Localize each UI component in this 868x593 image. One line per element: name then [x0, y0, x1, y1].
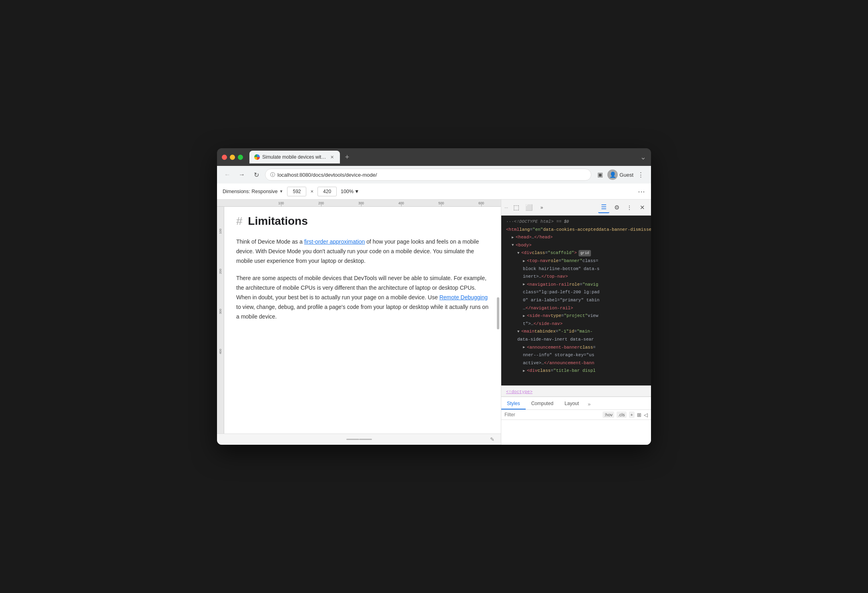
expand-body-arrow[interactable]	[512, 242, 516, 248]
hash-anchor: #	[236, 215, 243, 227]
tab-layout[interactable]: Layout	[559, 398, 585, 409]
page-content[interactable]: # Limitations Think of Device Mode as a …	[224, 207, 501, 434]
code-line[interactable]: <div class = "scaffold" > grid	[501, 249, 651, 257]
expand-topnav-arrow[interactable]	[523, 258, 527, 264]
dimensions-label: Dimensions: Responsive ▼	[223, 189, 283, 194]
device-mode-button[interactable]: ⬜	[523, 202, 534, 213]
tab-close-button[interactable]: ✕	[329, 154, 335, 160]
ruler-mark-200v: 200	[219, 269, 222, 274]
main-area: 100 200 300 400 500 600	[217, 200, 651, 445]
ruler-tick	[441, 204, 442, 206]
tab-computed[interactable]: Computed	[526, 398, 559, 409]
expand-sidenav-arrow[interactable]	[523, 313, 527, 319]
nav-bar: ← → ↻ ⓘ localhost:8080/docs/devtools/dev…	[217, 166, 651, 184]
reload-button[interactable]: ↻	[251, 169, 262, 180]
styles-tabs: Styles Computed Layout »	[501, 397, 651, 410]
inspect-element-button[interactable]: ⬚	[510, 202, 522, 213]
scrollbar-handle[interactable]	[497, 297, 499, 329]
width-input[interactable]	[287, 187, 306, 196]
page-heading: # Limitations	[236, 215, 489, 228]
ruler-left: 100 200 300 400	[217, 207, 224, 434]
filter-icon-1[interactable]: ⊞	[637, 412, 641, 418]
settings-button[interactable]: ⚙	[611, 202, 622, 213]
devtools-toolbar: ··· ⬚ ⬜ » ☰ ⚙ ⋮ ✕	[501, 200, 651, 216]
elements-panel-button[interactable]: ☰	[598, 202, 609, 213]
address-text: localhost:8080/docs/devtools/device-mode…	[277, 172, 377, 178]
tab-styles[interactable]: Styles	[501, 398, 526, 409]
remote-debugging-link[interactable]: Remote Debugging	[439, 294, 488, 301]
new-tab-button[interactable]: +	[342, 151, 353, 163]
code-line[interactable]: <announcement-banner class =	[501, 344, 651, 352]
styles-filter-input[interactable]	[504, 412, 600, 418]
browser-window: Simulate mobile devices with D ✕ + ⌄ ← →…	[217, 148, 651, 445]
first-order-link[interactable]: first-order approximation	[304, 238, 365, 245]
code-line[interactable]: <div class = "title-bar displ	[501, 367, 651, 375]
code-line: nner--info" storage-key="us	[501, 351, 651, 359]
height-input[interactable]	[317, 187, 337, 196]
sidebar-toggle-button[interactable]: ▣	[595, 169, 606, 180]
expand-navrail-arrow[interactable]	[523, 282, 527, 287]
forward-button[interactable]: →	[236, 169, 247, 180]
address-bar[interactable]: ⓘ localhost:8080/docs/devtools/device-mo…	[265, 169, 591, 181]
filter-icon-2[interactable]: ◁	[644, 412, 648, 418]
ruler-tick	[321, 204, 321, 206]
nav-right-buttons: ▣ 👤 Guest ⋮	[595, 169, 646, 180]
code-line: class="lg:pad-left-200 lg:pad	[501, 288, 651, 296]
dimensions-arrow-icon: ▼	[279, 189, 283, 194]
bottom-bar: ✎	[217, 434, 501, 445]
expand-head-arrow[interactable]	[512, 235, 516, 240]
maximize-button[interactable]	[238, 155, 243, 160]
active-tab[interactable]: Simulate mobile devices with D ✕	[249, 151, 340, 163]
resize-handle[interactable]	[346, 439, 359, 440]
code-line[interactable]: <body>	[501, 242, 651, 250]
code-line[interactable]: <navigation-rail role = "navig	[501, 281, 651, 289]
more-tabs-button[interactable]: »	[585, 399, 594, 409]
more-panels-button[interactable]: »	[536, 202, 547, 213]
code-line: t">… </side-nav>	[501, 320, 651, 328]
tab-title: Simulate mobile devices with D	[262, 154, 326, 160]
user-avatar[interactable]: 👤	[607, 169, 618, 180]
code-line: inert>… </top-nav>	[501, 273, 651, 281]
paragraph-1: Think of Device Mode as a first-order ap…	[236, 237, 489, 266]
filter-actions: :hov .cls + ⊞ ◁	[603, 411, 648, 418]
filter-hov-button[interactable]: :hov	[603, 411, 614, 418]
expand-titlebar-arrow[interactable]	[523, 368, 527, 374]
code-line[interactable]: <top-nav role = "banner" class=	[501, 257, 651, 265]
bottom-bar-inner: ✎	[217, 439, 501, 440]
code-line[interactable]: <html lang = "en" data-cookies- accepted…	[501, 226, 651, 234]
expand-scaffold-arrow[interactable]	[517, 250, 521, 256]
close-devtools-button[interactable]: ✕	[637, 202, 648, 213]
window-menu-button[interactable]: ⌄	[640, 153, 646, 161]
devtools-dots: ···	[504, 205, 508, 210]
zoom-selector[interactable]: 100% ▼	[341, 189, 359, 194]
filter-plus-button[interactable]: +	[629, 411, 635, 418]
expand-announcement-arrow[interactable]	[523, 345, 527, 350]
ruler-tick	[401, 204, 402, 206]
devtools-panel: ··· ⬚ ⬜ » ☰ ⚙ ⋮ ✕ ···<!DOCTYPE html> == …	[501, 200, 651, 445]
chrome-menu-button[interactable]: ⋮	[635, 169, 646, 180]
code-line[interactable]: <main tabindex = "-1" id = "main-	[501, 328, 651, 336]
more-options-button[interactable]: ⋮	[624, 202, 635, 213]
expand-main-arrow[interactable]	[517, 329, 521, 335]
ruler-mark-100v: 100	[219, 229, 222, 234]
code-line: … </navigation-rail>	[501, 305, 651, 313]
dimension-separator: ×	[310, 188, 313, 194]
code-line: block hairline-bottom" data-s	[501, 265, 651, 273]
ruler-tick	[481, 204, 482, 206]
back-button[interactable]: ←	[222, 169, 233, 180]
code-line[interactable]: <head> … </head>	[501, 234, 651, 242]
edit-icon[interactable]: ✎	[490, 436, 494, 442]
ruler-tick	[361, 204, 362, 206]
doctype-label[interactable]: <!doctype>	[506, 389, 532, 394]
minimize-button[interactable]	[230, 155, 235, 160]
filter-cls-button[interactable]: .cls	[617, 411, 627, 418]
resize-handle-2[interactable]	[359, 439, 372, 440]
close-button[interactable]	[222, 155, 227, 160]
code-line[interactable]: <side-nav type = "project" view	[501, 312, 651, 320]
viewport-with-ruler: 100 200 300 400 # Limitations Think of D…	[217, 207, 501, 434]
chrome-favicon-icon	[254, 154, 260, 160]
doctype-row[interactable]: <!doctype>	[501, 385, 651, 397]
html-code-area[interactable]: ···<!DOCTYPE html> == $0 <html lang = "e…	[501, 216, 651, 385]
toolbar-more-button[interactable]: ⋯	[638, 187, 645, 196]
browser-viewport: 100 200 300 400 500 600	[217, 200, 501, 445]
